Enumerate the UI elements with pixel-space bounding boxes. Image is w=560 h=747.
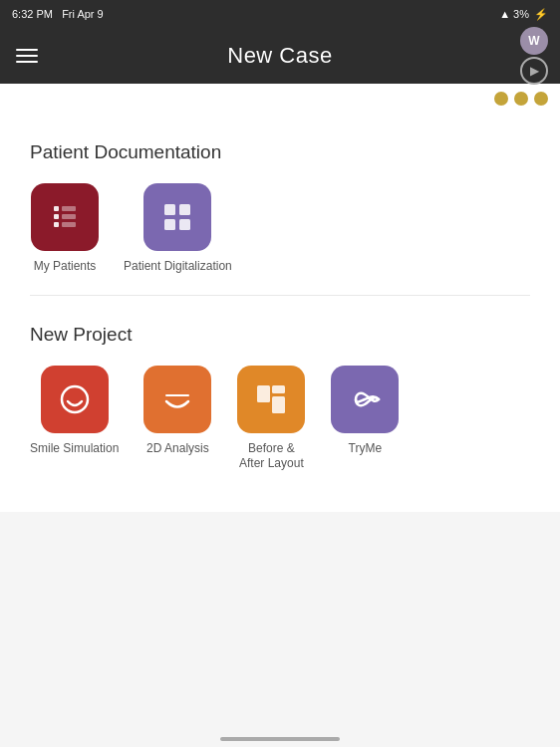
section-title-new-project: New Project (30, 324, 530, 346)
2d-analysis-icon-box (143, 366, 211, 433)
hamburger-icon (16, 49, 38, 51)
hamburger-icon (16, 61, 38, 63)
tryme-icon (346, 380, 384, 418)
home-indicator (220, 737, 340, 741)
hamburger-icon (16, 55, 38, 57)
patient-icons-row: My Patients Patient Digitalization (30, 183, 530, 275)
wifi-icon: ▲ 3% (499, 8, 529, 20)
svg-rect-4 (62, 214, 76, 219)
2d-analysis-label: 2D Analysis (146, 441, 209, 457)
user-avatar[interactable]: W (520, 27, 548, 55)
patient-digitalization-item[interactable]: Patient Digitalization (124, 183, 232, 275)
my-patients-item[interactable]: My Patients (30, 183, 100, 275)
play-button[interactable]: ▶ (520, 57, 548, 85)
dot-2[interactable] (514, 92, 528, 106)
new-project-icons-row: Smile Simulation 2D Analysis (30, 366, 530, 472)
nav-bar: New Case W ▶ (0, 28, 560, 84)
svg-rect-2 (54, 222, 59, 227)
svg-point-10 (62, 386, 88, 412)
svg-rect-9 (179, 219, 190, 230)
patient-digitalization-label: Patient Digitalization (124, 259, 232, 275)
dot-3[interactable] (534, 92, 548, 106)
before-after-icon-box (237, 366, 305, 433)
patient-digitalization-icon-box (143, 183, 211, 251)
before-after-icon (252, 380, 290, 418)
section-title-patient: Patient Documentation (30, 141, 530, 163)
menu-button[interactable] (16, 49, 38, 63)
svg-rect-6 (164, 204, 175, 215)
my-patients-label: My Patients (34, 259, 97, 275)
svg-rect-3 (62, 206, 76, 211)
2d-analysis-item[interactable]: 2D Analysis (142, 366, 212, 472)
svg-rect-12 (257, 385, 270, 402)
battery-icon: ⚡ (534, 8, 548, 21)
tryme-label: TryMe (349, 441, 383, 457)
status-time-date: 6:32 PM Fri Apr 9 (12, 8, 104, 20)
nav-right-controls: W ▶ (520, 27, 548, 85)
svg-rect-0 (54, 206, 59, 211)
section-patient-documentation: Patient Documentation My Patients (30, 114, 530, 295)
svg-rect-8 (164, 219, 175, 230)
dot-1[interactable] (494, 92, 508, 106)
analysis-icon (158, 380, 196, 418)
smile-simulation-item[interactable]: Smile Simulation (30, 366, 119, 472)
smile-icon (56, 380, 94, 418)
svg-rect-1 (54, 214, 59, 219)
main-content: Patient Documentation My Patients (0, 114, 560, 512)
svg-rect-5 (62, 222, 76, 227)
svg-rect-13 (272, 385, 285, 393)
smile-simulation-label: Smile Simulation (30, 441, 119, 457)
tryme-item[interactable]: TryMe (330, 366, 400, 472)
my-patients-icon-box (31, 183, 99, 251)
dots-row (0, 84, 560, 114)
svg-rect-7 (179, 204, 190, 215)
status-right: ▲ 3% ⚡ (499, 8, 548, 21)
tryme-icon-box (331, 366, 399, 433)
smile-simulation-icon-box (41, 366, 109, 433)
svg-rect-14 (272, 396, 285, 413)
page-title: New Case (227, 43, 332, 69)
before-after-item[interactable]: Before &After Layout (236, 366, 306, 472)
patients-icon (46, 198, 84, 236)
digitalization-icon (158, 198, 196, 236)
before-after-label: Before &After Layout (239, 441, 304, 472)
status-bar: 6:32 PM Fri Apr 9 ▲ 3% ⚡ (0, 0, 560, 28)
section-new-project: New Project Smile Simulation (30, 296, 530, 492)
